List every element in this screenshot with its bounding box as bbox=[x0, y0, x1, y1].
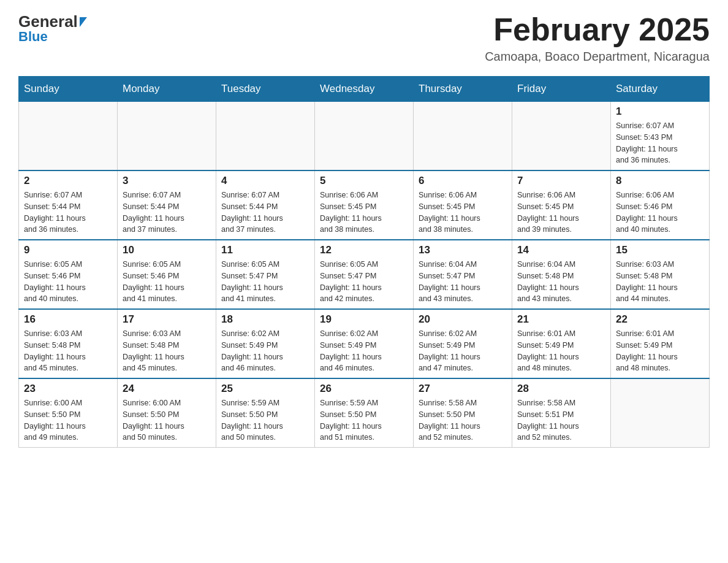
day-number: 22 bbox=[616, 313, 704, 326]
calendar-cell: 23Sunrise: 6:00 AM Sunset: 5:50 PM Dayli… bbox=[19, 378, 118, 448]
calendar-cell: 27Sunrise: 5:58 AM Sunset: 5:50 PM Dayli… bbox=[414, 378, 512, 448]
week-row-3: 9Sunrise: 6:05 AM Sunset: 5:46 PM Daylig… bbox=[19, 240, 710, 309]
calendar-cell: 8Sunrise: 6:06 AM Sunset: 5:46 PM Daylig… bbox=[611, 170, 710, 240]
month-title: February 2025 bbox=[485, 12, 710, 47]
calendar-cell: 18Sunrise: 6:02 AM Sunset: 5:49 PM Dayli… bbox=[216, 309, 315, 378]
calendar-cell: 13Sunrise: 6:04 AM Sunset: 5:47 PM Dayli… bbox=[414, 240, 512, 309]
calendar-cell: 14Sunrise: 6:04 AM Sunset: 5:48 PM Dayli… bbox=[512, 240, 611, 309]
day-info: Sunrise: 6:07 AM Sunset: 5:44 PM Dayligh… bbox=[24, 190, 112, 236]
calendar-cell bbox=[315, 102, 414, 171]
day-info: Sunrise: 6:06 AM Sunset: 5:45 PM Dayligh… bbox=[320, 190, 408, 236]
calendar-cell bbox=[216, 102, 315, 171]
calendar-cell: 26Sunrise: 5:59 AM Sunset: 5:50 PM Dayli… bbox=[315, 378, 414, 448]
day-number: 17 bbox=[123, 313, 211, 326]
day-number: 5 bbox=[320, 175, 408, 187]
day-info: Sunrise: 5:58 AM Sunset: 5:51 PM Dayligh… bbox=[517, 397, 605, 443]
calendar-cell: 15Sunrise: 6:03 AM Sunset: 5:48 PM Dayli… bbox=[611, 240, 710, 309]
calendar-cell: 10Sunrise: 6:05 AM Sunset: 5:46 PM Dayli… bbox=[118, 240, 216, 309]
day-info: Sunrise: 6:02 AM Sunset: 5:49 PM Dayligh… bbox=[419, 328, 507, 374]
day-number: 3 bbox=[123, 175, 211, 187]
day-number: 9 bbox=[24, 244, 112, 256]
weekday-header-row: SundayMondayTuesdayWednesdayThursdayFrid… bbox=[19, 77, 710, 102]
day-info: Sunrise: 6:03 AM Sunset: 5:48 PM Dayligh… bbox=[123, 328, 211, 374]
day-info: Sunrise: 6:02 AM Sunset: 5:49 PM Dayligh… bbox=[320, 328, 408, 374]
day-info: Sunrise: 6:07 AM Sunset: 5:44 PM Dayligh… bbox=[123, 190, 211, 236]
calendar-cell bbox=[118, 102, 216, 171]
day-number: 24 bbox=[123, 383, 211, 395]
day-number: 16 bbox=[24, 313, 112, 326]
day-number: 10 bbox=[123, 244, 211, 256]
day-info: Sunrise: 6:01 AM Sunset: 5:49 PM Dayligh… bbox=[517, 328, 605, 374]
day-number: 6 bbox=[419, 175, 507, 187]
weekday-header-thursday: Thursday bbox=[414, 77, 512, 102]
day-info: Sunrise: 6:00 AM Sunset: 5:50 PM Dayligh… bbox=[24, 397, 112, 443]
day-info: Sunrise: 6:01 AM Sunset: 5:49 PM Dayligh… bbox=[616, 328, 704, 374]
calendar-cell: 28Sunrise: 5:58 AM Sunset: 5:51 PM Dayli… bbox=[512, 378, 611, 448]
day-number: 12 bbox=[320, 244, 408, 256]
day-number: 26 bbox=[320, 383, 408, 395]
calendar-cell: 12Sunrise: 6:05 AM Sunset: 5:47 PM Dayli… bbox=[315, 240, 414, 309]
day-info: Sunrise: 6:06 AM Sunset: 5:45 PM Dayligh… bbox=[419, 190, 507, 236]
day-info: Sunrise: 6:03 AM Sunset: 5:48 PM Dayligh… bbox=[616, 259, 704, 305]
calendar-cell: 2Sunrise: 6:07 AM Sunset: 5:44 PM Daylig… bbox=[19, 170, 118, 240]
calendar-cell: 11Sunrise: 6:05 AM Sunset: 5:47 PM Dayli… bbox=[216, 240, 315, 309]
day-number: 21 bbox=[517, 313, 605, 326]
weekday-header-tuesday: Tuesday bbox=[216, 77, 315, 102]
weekday-header-friday: Friday bbox=[512, 77, 611, 102]
calendar-cell bbox=[512, 102, 611, 171]
logo-row2: Blue bbox=[18, 29, 87, 45]
calendar-cell: 5Sunrise: 6:06 AM Sunset: 5:45 PM Daylig… bbox=[315, 170, 414, 240]
day-number: 19 bbox=[320, 313, 408, 326]
day-number: 4 bbox=[221, 175, 309, 187]
day-number: 25 bbox=[221, 383, 309, 395]
day-number: 28 bbox=[517, 383, 605, 395]
day-info: Sunrise: 6:04 AM Sunset: 5:48 PM Dayligh… bbox=[517, 259, 605, 305]
day-number: 8 bbox=[616, 175, 704, 187]
day-number: 1 bbox=[616, 105, 704, 118]
page-header: General Blue February 2025 Camoapa, Boac… bbox=[18, 12, 710, 64]
calendar-cell: 21Sunrise: 6:01 AM Sunset: 5:49 PM Dayli… bbox=[512, 309, 611, 378]
day-number: 2 bbox=[24, 175, 112, 187]
logo-name: General Blue bbox=[18, 12, 87, 45]
weekday-header-wednesday: Wednesday bbox=[315, 77, 414, 102]
day-info: Sunrise: 6:04 AM Sunset: 5:47 PM Dayligh… bbox=[419, 259, 507, 305]
calendar-cell: 22Sunrise: 6:01 AM Sunset: 5:49 PM Dayli… bbox=[611, 309, 710, 378]
calendar-table: SundayMondayTuesdayWednesdayThursdayFrid… bbox=[18, 76, 710, 448]
day-info: Sunrise: 5:59 AM Sunset: 5:50 PM Dayligh… bbox=[320, 397, 408, 443]
day-info: Sunrise: 6:03 AM Sunset: 5:48 PM Dayligh… bbox=[24, 328, 112, 374]
day-number: 15 bbox=[616, 244, 704, 256]
title-area: February 2025 Camoapa, Boaco Department,… bbox=[485, 12, 710, 64]
calendar-cell: 19Sunrise: 6:02 AM Sunset: 5:49 PM Dayli… bbox=[315, 309, 414, 378]
calendar-cell: 3Sunrise: 6:07 AM Sunset: 5:44 PM Daylig… bbox=[118, 170, 216, 240]
calendar-cell: 25Sunrise: 5:59 AM Sunset: 5:50 PM Dayli… bbox=[216, 378, 315, 448]
day-info: Sunrise: 6:05 AM Sunset: 5:46 PM Dayligh… bbox=[123, 259, 211, 305]
location-title: Camoapa, Boaco Department, Nicaragua bbox=[485, 50, 710, 64]
week-row-2: 2Sunrise: 6:07 AM Sunset: 5:44 PM Daylig… bbox=[19, 170, 710, 240]
day-info: Sunrise: 5:59 AM Sunset: 5:50 PM Dayligh… bbox=[221, 397, 309, 443]
day-number: 27 bbox=[419, 383, 507, 395]
calendar-cell bbox=[19, 102, 118, 171]
calendar-cell: 7Sunrise: 6:06 AM Sunset: 5:45 PM Daylig… bbox=[512, 170, 611, 240]
day-number: 18 bbox=[221, 313, 309, 326]
day-info: Sunrise: 6:05 AM Sunset: 5:47 PM Dayligh… bbox=[320, 259, 408, 305]
day-info: Sunrise: 6:07 AM Sunset: 5:43 PM Dayligh… bbox=[616, 120, 704, 166]
logo: General Blue bbox=[18, 12, 87, 45]
logo-general-text: General bbox=[18, 12, 78, 31]
day-number: 7 bbox=[517, 175, 605, 187]
day-number: 11 bbox=[221, 244, 309, 256]
week-row-5: 23Sunrise: 6:00 AM Sunset: 5:50 PM Dayli… bbox=[19, 378, 710, 448]
calendar-cell: 4Sunrise: 6:07 AM Sunset: 5:44 PM Daylig… bbox=[216, 170, 315, 240]
day-info: Sunrise: 6:02 AM Sunset: 5:49 PM Dayligh… bbox=[221, 328, 309, 374]
weekday-header-saturday: Saturday bbox=[611, 77, 710, 102]
calendar-cell: 1Sunrise: 6:07 AM Sunset: 5:43 PM Daylig… bbox=[611, 102, 710, 171]
calendar-cell bbox=[611, 378, 710, 448]
day-info: Sunrise: 6:07 AM Sunset: 5:44 PM Dayligh… bbox=[221, 190, 309, 236]
calendar-cell: 9Sunrise: 6:05 AM Sunset: 5:46 PM Daylig… bbox=[19, 240, 118, 309]
logo-triangle-icon bbox=[80, 17, 87, 27]
day-info: Sunrise: 6:00 AM Sunset: 5:50 PM Dayligh… bbox=[123, 397, 211, 443]
day-number: 23 bbox=[24, 383, 112, 395]
day-number: 14 bbox=[517, 244, 605, 256]
day-info: Sunrise: 6:05 AM Sunset: 5:47 PM Dayligh… bbox=[221, 259, 309, 305]
day-number: 20 bbox=[419, 313, 507, 326]
calendar-cell bbox=[414, 102, 512, 171]
